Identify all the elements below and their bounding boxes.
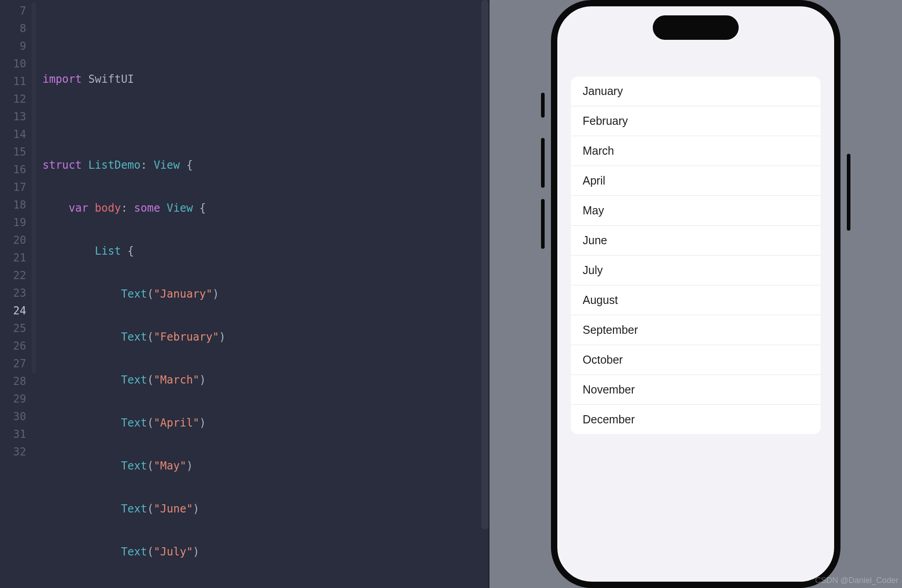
code-line[interactable]: Text("February") — [43, 328, 489, 346]
list-item[interactable]: March — [571, 136, 821, 166]
code-line[interactable]: Text("June") — [43, 500, 489, 518]
line-number: 29 — [0, 390, 26, 408]
line-number: 11 — [0, 73, 26, 90]
list-item[interactable]: November — [571, 375, 821, 405]
line-number: 13 — [0, 108, 26, 126]
list-item[interactable]: May — [571, 196, 821, 226]
code-area[interactable]: import SwiftUI struct ListDemo: View { v… — [36, 0, 489, 588]
iphone-simulator-frame: January February March April May June Ju… — [551, 0, 840, 588]
line-number: 10 — [0, 55, 26, 73]
line-number: 20 — [0, 232, 26, 249]
line-number: 15 — [0, 143, 26, 161]
editor-vertical-scrollbar[interactable] — [481, 0, 489, 529]
code-editor-pane[interactable]: 7 8 9 10 11 12 13 14 15 16 17 18 19 20 2… — [0, 0, 489, 588]
code-line[interactable]: Text("January") — [43, 285, 489, 303]
code-line[interactable]: List { — [43, 242, 489, 260]
line-number: 17 — [0, 179, 26, 196]
phone-volume-down-button — [541, 199, 545, 249]
code-line[interactable]: var body: some View { — [43, 199, 489, 217]
line-number: 8 — [0, 20, 26, 38]
line-number: 16 — [0, 161, 26, 179]
line-number: 27 — [0, 355, 26, 373]
line-number: 25 — [0, 320, 26, 337]
code-fold-strip[interactable] — [32, 2, 36, 373]
line-number: 21 — [0, 249, 26, 267]
list-item[interactable]: October — [571, 345, 821, 375]
list-item[interactable]: August — [571, 285, 821, 315]
line-number: 24 — [0, 302, 26, 320]
code-line[interactable] — [43, 28, 489, 45]
phone-silence-button — [541, 93, 545, 118]
line-number: 7 — [0, 2, 26, 20]
swiftui-list[interactable]: January February March April May June Ju… — [571, 76, 821, 434]
line-number: 30 — [0, 408, 26, 426]
line-number: 28 — [0, 373, 26, 390]
list-item[interactable]: September — [571, 315, 821, 345]
code-line[interactable]: Text("August") — [43, 586, 489, 588]
line-number: 26 — [0, 337, 26, 355]
code-line[interactable]: import SwiftUI — [43, 71, 489, 88]
phone-volume-up-button — [541, 138, 545, 188]
watermark-text: CSDN @Daniel_Coder — [815, 576, 898, 585]
list-item[interactable]: April — [571, 166, 821, 196]
code-line[interactable]: struct ListDemo: View { — [43, 156, 489, 174]
line-number: 19 — [0, 214, 26, 232]
dynamic-island — [653, 15, 739, 40]
phone-power-button — [847, 154, 850, 231]
list-item[interactable]: December — [571, 405, 821, 434]
line-number-gutter: 7 8 9 10 11 12 13 14 15 16 17 18 19 20 2… — [0, 0, 32, 588]
line-number: 31 — [0, 426, 26, 443]
code-line[interactable]: Text("May") — [43, 457, 489, 475]
list-item[interactable]: July — [571, 256, 821, 285]
code-line[interactable]: Text("March") — [43, 371, 489, 389]
line-number: 9 — [0, 38, 26, 55]
line-number: 22 — [0, 267, 26, 285]
line-number: 23 — [0, 285, 26, 302]
line-number: 18 — [0, 196, 26, 214]
line-number: 32 — [0, 443, 26, 461]
line-number: 14 — [0, 126, 26, 143]
code-line[interactable] — [43, 114, 489, 131]
code-line[interactable]: Text("April") — [43, 414, 489, 432]
list-item[interactable]: February — [571, 106, 821, 136]
list-item[interactable]: June — [571, 226, 821, 256]
list-item[interactable]: January — [571, 76, 821, 106]
code-line[interactable]: Text("July") — [43, 543, 489, 561]
swiftui-preview-pane[interactable]: January February March April May June Ju… — [489, 0, 902, 588]
line-number: 12 — [0, 90, 26, 108]
